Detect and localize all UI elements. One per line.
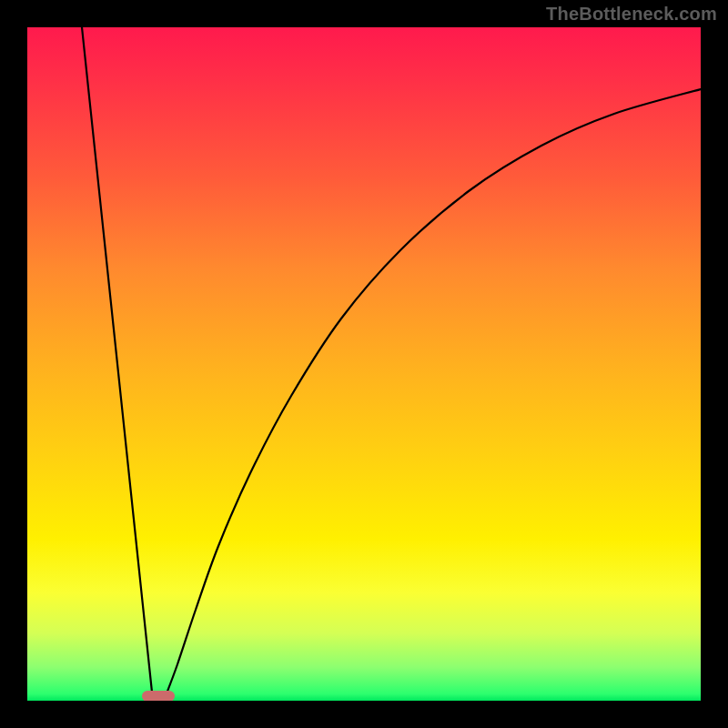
optimal-marker [142,691,175,701]
curve-layer [27,27,701,701]
left-descent-line [82,27,153,701]
plot-area [27,27,701,701]
right-asymptote-curve [164,89,701,701]
watermark-text: TheBottleneck.com [546,4,717,25]
chart-frame: TheBottleneck.com [0,0,728,728]
